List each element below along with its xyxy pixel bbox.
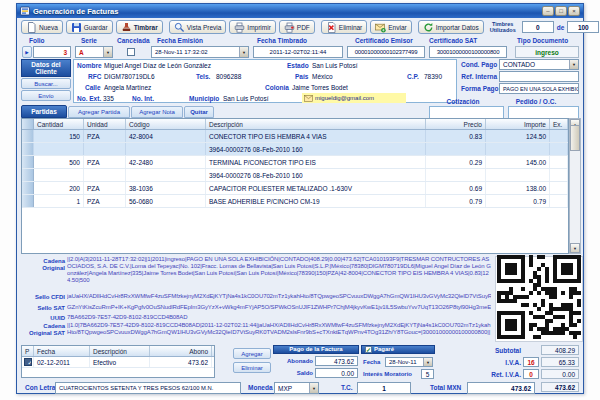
con-letra-label: Con Letra — [25, 384, 55, 391]
window-title: Generación de Facturas — [33, 7, 118, 16]
enviar-button[interactable]: Enviar — [370, 20, 411, 34]
footer: Con Letra CUATROCIENTOS SETENTA Y TRES P… — [17, 381, 585, 395]
nombre-label: Nombre — [77, 62, 102, 69]
pagare-fecha-combo[interactable]: 28-Nov-11▼ — [385, 357, 433, 367]
moneda-combo[interactable]: MXP▼ — [274, 382, 319, 394]
noext-value[interactable]: 335 — [103, 95, 114, 102]
nombre-value[interactable]: Miguel Angel Díaz de León González — [104, 62, 211, 69]
colonia-label: Colonia — [265, 84, 289, 91]
abonado-value[interactable]: 473.62 — [315, 356, 358, 366]
chevron-down-icon[interactable]: ▼ — [309, 383, 318, 393]
pdf-icon — [284, 22, 295, 33]
pais-value[interactable]: México — [312, 73, 333, 80]
email-field[interactable]: migueldig@gmail.com — [302, 93, 406, 103]
payments-grid[interactable]: PFechaDescripciónAbono ✓02-12-2011Efecti… — [21, 345, 215, 378]
send-envelope-icon — [375, 22, 386, 33]
pago-eliminar-button[interactable]: Eliminar — [233, 362, 271, 373]
partida-row[interactable]: 3964-0000276 08-Feb-2010 160 — [22, 143, 568, 156]
eliminar-button[interactable]: Eliminar — [321, 20, 367, 34]
cadena-sat-text: ||1.0|7BA662D9-7E57-42D9-8102-819CCD4B08… — [67, 322, 491, 343]
title-bar: Generación de Facturas – □ × — [17, 4, 583, 18]
minimize-icon[interactable]: – — [542, 6, 554, 16]
cert-emisor-label: Certificado Emisor — [355, 37, 413, 44]
tels-value[interactable]: 8096288 — [216, 73, 241, 80]
envio-button[interactable]: Envío — [21, 90, 71, 101]
agregar-partida-button[interactable]: Agregar Partida — [68, 106, 130, 118]
serie-combo[interactable]: A▼ — [75, 46, 113, 58]
tipo-documento-label: Tipo Documento — [517, 37, 568, 44]
chevron-down-icon[interactable]: ▼ — [569, 60, 578, 69]
folio-label: Folio — [29, 37, 45, 44]
chevron-down-icon[interactable]: ▼ — [423, 358, 432, 366]
sello-sat-label: Sello SAT — [21, 305, 65, 312]
colonia-value[interactable]: Jaime Torres Bodet — [292, 84, 348, 91]
cadena-sat-label: Cadena Original SAT — [21, 323, 65, 336]
saldo-value[interactable]: 0.00 — [315, 368, 358, 378]
calle-label: Calle — [85, 84, 101, 91]
ref-interna-input[interactable] — [499, 71, 579, 82]
iva-value: 65.33 — [541, 357, 579, 367]
folio-input[interactable]: 3 — [33, 46, 71, 58]
pagare-checkbox[interactable]: ✓ — [365, 346, 372, 353]
cancelada-checkbox[interactable] — [127, 48, 135, 56]
scroll-down-icon[interactable]: ▼ — [570, 243, 580, 253]
guardar-button[interactable]: Guardar — [66, 20, 113, 34]
pago-agregar-button[interactable]: Agregar — [233, 348, 271, 359]
sello-cfdi-label: Sello CFDI — [21, 294, 65, 301]
import-refresh-icon — [423, 22, 434, 33]
quitar-button[interactable]: Quitar — [184, 106, 214, 118]
serie-label: Serie — [81, 37, 97, 44]
imprimir-button[interactable]: Imprimir — [229, 20, 275, 34]
cond-pago-combo[interactable]: CONTADO▼ — [499, 59, 579, 70]
chevron-down-icon[interactable]: ▼ — [103, 47, 112, 57]
maximize-icon[interactable]: □ — [555, 6, 567, 16]
cert-sat-value: 30001000000100000800 — [429, 46, 507, 58]
partida-row[interactable]: 200PZA38-1036CAPACITOR POLIESTER METALIZ… — [22, 182, 568, 195]
partida-row[interactable]: 3964-0000276 08-Feb-2010 160 — [22, 169, 568, 182]
partidas-grid[interactable]: CantidadUnidadCódigoDescripciónPrecioImp… — [21, 118, 569, 254]
rfc-value[interactable]: DIGM780719DL6 — [104, 73, 155, 80]
magnifier-icon — [174, 22, 185, 33]
invoice-header: Folio ▶ 3 Serie A▼ Cancelada Fecha Emisi… — [17, 36, 585, 59]
cp-value[interactable]: 78390 — [424, 73, 442, 80]
con-letra-input[interactable]: CUATROCIENTOS SETENTA Y TRES PESOS 62/10… — [55, 382, 241, 394]
scroll-thumb[interactable] — [570, 125, 580, 151]
timbres-label: Timbres Utilizados — [487, 21, 519, 33]
fecha-emision-combo[interactable]: 28-Nov-11 17:32:02▼ — [151, 46, 249, 58]
municipio-value[interactable]: San Luis Potosí — [223, 95, 269, 102]
pdf-button[interactable]: PDF — [279, 20, 315, 34]
importar-datos-button[interactable]: Importar Datos — [418, 20, 484, 34]
payments-body: ✓02-12-2011Efectivo473.62 — [22, 357, 214, 368]
timbres-used: 0 — [522, 21, 554, 33]
ret-iva-rate[interactable]: 0 — [523, 369, 539, 379]
partidas-body: 150PZA42-8004CONECTOR TIPO EIS HEMBRA 4 … — [22, 130, 568, 208]
close-icon[interactable]: × — [568, 6, 580, 16]
partida-row[interactable]: 1PZA56-0680BASE ADHERIBLE P/CINCHO CM-19… — [22, 195, 568, 208]
tab-partidas[interactable]: Partidas — [21, 105, 67, 118]
pagare-fecha-label: Fecha — [363, 359, 380, 365]
timbrar-button[interactable]: Timbrar — [116, 20, 163, 34]
vista-previa-button[interactable]: Vista Previa — [169, 20, 227, 34]
nueva-button[interactable]: Nueva — [21, 20, 63, 34]
qr-code — [495, 256, 583, 342]
estado-value[interactable]: San Luis Potosí — [312, 62, 358, 69]
buscar-button[interactable]: Buscar... — [21, 78, 71, 89]
forma-pago-input[interactable]: PAGO EN UNA SOLA EXHIBICIÓN — [499, 83, 579, 94]
payments-section: PFechaDescripciónAbono ✓02-12-2011Efecti… — [17, 345, 585, 381]
chevron-down-icon[interactable]: ▼ — [239, 47, 248, 57]
record-nav-button[interactable]: ▶ — [22, 46, 32, 58]
iva-rate[interactable]: 16 — [523, 357, 539, 367]
payment-row[interactable]: ✓02-12-2011Efectivo473.62 — [22, 357, 214, 368]
cp-label: C.P. — [407, 73, 419, 80]
subtotal-label: Subtotal — [479, 347, 521, 354]
tipo-documento-value: ingreso — [515, 46, 579, 58]
calle-value[interactable]: Angela Martínez — [104, 84, 151, 91]
tc-input[interactable]: 1 — [357, 382, 411, 394]
agregar-nota-button[interactable]: Agregar Nota — [131, 106, 183, 118]
interes-value[interactable]: 5 — [421, 369, 434, 379]
partida-row[interactable]: 150PZA42-8004CONECTOR TIPO EIS HEMBRA 4 … — [22, 130, 568, 143]
moneda-label: Moneda — [248, 384, 273, 391]
partida-row[interactable]: 500PZA42-2480TERMINAL P/CONECTOR TIPO EI… — [22, 156, 568, 169]
partidas-scrollbar[interactable]: ▲ ▼ — [569, 118, 581, 254]
payments-header: PFechaDescripciónAbono — [22, 346, 214, 357]
